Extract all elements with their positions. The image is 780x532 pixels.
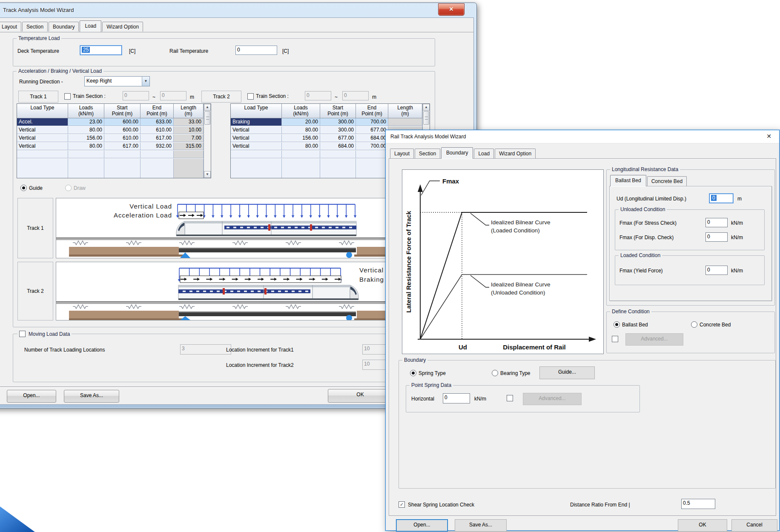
- table-cell[interactable]: 20.00: [282, 118, 320, 126]
- track2-train-section-checkbox[interactable]: [247, 93, 254, 100]
- table-cell[interactable]: [388, 118, 422, 126]
- scroll-up-icon[interactable]: ▲: [423, 104, 430, 111]
- open-button[interactable]: Open...: [396, 519, 448, 532]
- tab-layout[interactable]: Layout: [390, 149, 414, 158]
- table-cell[interactable]: [174, 151, 204, 158]
- table-cell[interactable]: 7.00: [174, 134, 204, 142]
- shear-spring-checkbox[interactable]: ✓: [399, 501, 405, 508]
- fmax-stress-field[interactable]: 0: [705, 218, 728, 227]
- tab-section[interactable]: Section: [415, 149, 440, 158]
- title-bar[interactable]: Track Analysis Model Wizard: [0, 3, 476, 17]
- scroll-up-icon[interactable]: ▲: [204, 104, 211, 111]
- table-cell[interactable]: 80.00: [282, 126, 320, 134]
- table-cell[interactable]: [141, 151, 174, 158]
- table-cell[interactable]: 700.00: [356, 118, 388, 126]
- table-cell[interactable]: 617.00: [104, 143, 141, 150]
- table-cell[interactable]: Vertical: [231, 134, 282, 142]
- ballast-bed-radio[interactable]: Ballast Bed: [614, 321, 648, 328]
- table-cell[interactable]: 156.00: [68, 134, 104, 142]
- track2-section-to-field[interactable]: 0: [342, 91, 369, 100]
- bearing-type-radio[interactable]: Bearing Type: [492, 370, 531, 376]
- rail-temperature-field[interactable]: 0: [235, 46, 277, 55]
- tab-ballast-bed[interactable]: Ballast Bed: [610, 175, 646, 186]
- deck-temperature-field[interactable]: 25: [80, 46, 122, 55]
- table-cell[interactable]: 677.00: [356, 126, 388, 134]
- scroll-thumb[interactable]: [204, 111, 210, 125]
- ud-field[interactable]: 0: [709, 194, 733, 203]
- table-cell[interactable]: 10.00: [174, 126, 204, 134]
- fmax-disp-field[interactable]: 0: [705, 232, 728, 242]
- table-cell[interactable]: 684.00: [320, 143, 356, 150]
- table-cell[interactable]: 80.00: [282, 143, 320, 150]
- tab-boundary[interactable]: Boundary: [441, 147, 473, 159]
- tab-wizard-option[interactable]: Wizard Option: [102, 22, 143, 31]
- table-cell[interactable]: 610.00: [104, 134, 141, 142]
- track1-train-section-checkbox[interactable]: [64, 93, 71, 100]
- table-cell[interactable]: [231, 151, 282, 158]
- table-cell[interactable]: 80.00: [68, 126, 104, 134]
- guide-button[interactable]: Guide...: [539, 366, 595, 379]
- table-cell[interactable]: Braking: [231, 118, 282, 126]
- tab-load[interactable]: Load: [80, 20, 101, 32]
- tab-wizard-option[interactable]: Wizard Option: [495, 149, 536, 158]
- table-cell[interactable]: Vertical: [231, 143, 282, 150]
- spring-type-radio[interactable]: Spring Type: [410, 370, 446, 376]
- table-cell[interactable]: 617.00: [141, 134, 174, 142]
- save-as-button[interactable]: Save As...: [455, 519, 507, 532]
- tab-concrete-bed[interactable]: Concrete Bed: [647, 176, 687, 186]
- distance-ratio-field[interactable]: 0.5: [681, 499, 715, 509]
- table-cell[interactable]: 610.00: [141, 126, 174, 134]
- moving-load-checkbox[interactable]: [19, 331, 26, 337]
- track1-section-from-field[interactable]: 0: [123, 91, 149, 100]
- track1-section-to-field[interactable]: 0: [160, 91, 186, 100]
- table-cell[interactable]: [356, 151, 388, 158]
- close-icon[interactable]: ✕: [765, 133, 773, 140]
- table-cell[interactable]: 156.00: [282, 134, 320, 142]
- table-cell[interactable]: 633.00: [141, 118, 174, 126]
- fmax-yield-field[interactable]: 0: [705, 266, 728, 275]
- define-advanced-button[interactable]: Advanced...: [625, 333, 683, 346]
- table-cell[interactable]: 677.00: [320, 134, 356, 142]
- ok-button[interactable]: OK: [328, 389, 393, 403]
- chevron-down-icon[interactable]: ▼: [142, 77, 149, 86]
- running-direction-select[interactable]: Keep Right ▼: [84, 76, 150, 86]
- table-cell[interactable]: Vertical: [231, 126, 282, 134]
- concrete-bed-radio[interactable]: Concrete Bed: [691, 321, 731, 328]
- table-cell[interactable]: [320, 151, 356, 158]
- table-cell[interactable]: 932.00: [141, 143, 174, 150]
- table-cell[interactable]: 80.00: [68, 143, 104, 150]
- table-cell[interactable]: [68, 151, 104, 158]
- ok-button[interactable]: OK: [678, 519, 727, 532]
- table-cell[interactable]: 33.00: [174, 118, 204, 126]
- table-cell[interactable]: 315.00: [174, 143, 204, 150]
- table-cell[interactable]: 684.00: [356, 134, 388, 142]
- table-cell[interactable]: 600.00: [104, 126, 141, 134]
- table-cell[interactable]: [104, 151, 141, 158]
- table-cell[interactable]: 600.00: [104, 118, 141, 126]
- cancel-button[interactable]: Cancel: [731, 519, 777, 532]
- point-spring-advanced-checkbox[interactable]: [507, 395, 513, 401]
- tab-load[interactable]: Load: [474, 149, 494, 158]
- table-cell[interactable]: Vertical: [17, 126, 68, 134]
- scroll-down-icon[interactable]: ▼: [204, 171, 211, 178]
- table-cell[interactable]: [17, 151, 68, 158]
- open-button[interactable]: Open...: [7, 390, 56, 403]
- horizontal-field[interactable]: 0: [443, 393, 470, 403]
- table-cell[interactable]: 300.00: [320, 126, 356, 134]
- close-button[interactable]: ✕: [438, 3, 465, 16]
- table-cell[interactable]: 300.00: [320, 118, 356, 126]
- define-advanced-checkbox[interactable]: [612, 336, 618, 342]
- track1-table-scrollbar[interactable]: ▲ ▼: [204, 104, 211, 178]
- table-cell[interactable]: Vertical: [17, 134, 68, 142]
- tab-layout[interactable]: Layout: [0, 22, 21, 31]
- title-bar[interactable]: Rail Track Analysis Model Wizard ✕: [386, 130, 779, 143]
- table-cell[interactable]: Vertical: [17, 143, 68, 150]
- point-spring-advanced-button[interactable]: Advanced...: [523, 393, 582, 405]
- table-cell[interactable]: [282, 151, 320, 158]
- track2-section-from-field[interactable]: 0: [305, 91, 331, 100]
- table-cell[interactable]: 700.00: [356, 143, 388, 150]
- table-cell[interactable]: 23.00: [68, 118, 104, 126]
- tab-boundary[interactable]: Boundary: [49, 22, 79, 31]
- table-cell[interactable]: Accel.: [17, 118, 68, 126]
- loading-locations-field[interactable]: 3: [180, 344, 231, 355]
